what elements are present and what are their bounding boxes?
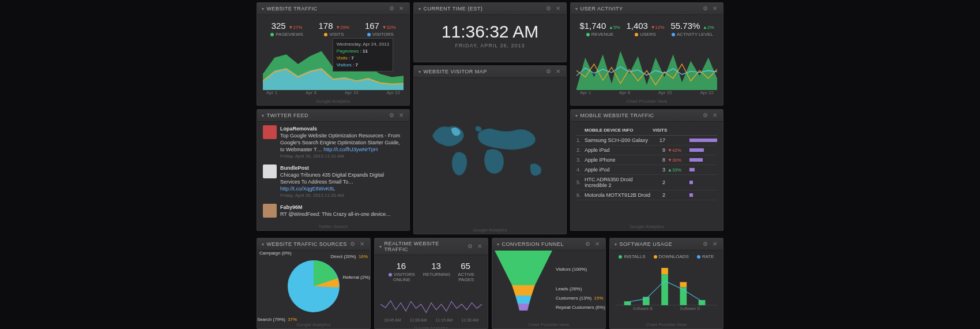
x-tick: Apr 22 [386,90,400,95]
x-tick: 11:15 AM [436,318,453,322]
close-icon[interactable]: ✕ [711,5,718,12]
table-row[interactable]: 4. Apple iPod 3 ▲33% [576,165,717,175]
gear-icon[interactable]: ⚙ [585,241,591,248]
close-icon[interactable]: ✕ [476,243,483,250]
close-icon[interactable]: ✕ [555,68,561,75]
gear-icon[interactable]: ⚙ [545,68,552,75]
stat-visits: 178 ▼29% VISITS [318,21,349,37]
svg-marker-2 [512,285,535,296]
mobile-device-table: MOBILE DEVICE INFO VISITS 1. Samsung SCH… [576,125,717,200]
widget-footer: Google Analytics [257,322,370,328]
clock-time: 11:36:32 AM [420,22,560,42]
gear-icon[interactable]: ⚙ [389,5,395,12]
x-tick: Apr 8 [306,90,316,95]
widget-header[interactable]: ▾ CONVERSION FUNNEL ⚙ ✕ [492,238,605,251]
caret-icon: ▾ [262,242,265,247]
close-icon[interactable]: ✕ [711,112,718,119]
table-row[interactable]: 6. Motorola MOTXT912B Droid 2 [576,190,717,200]
gear-icon[interactable]: ⚙ [545,5,552,12]
tweet-link[interactable]: http://t.co/XqgE8WvK8L [280,186,336,192]
x-tick: 11:30 AM [461,318,478,322]
widget-footer: Google Analytics [414,227,566,234]
legend-downloads: DOWNLOADS [654,254,689,259]
caret-icon: ▾ [379,244,382,249]
gear-icon[interactable]: ⚙ [702,5,709,12]
gear-icon[interactable]: ⚙ [702,112,709,119]
world-map[interactable] [414,78,566,227]
widget-footer: Google Analytics [571,224,723,230]
widget-clock: ▾ CURRENT TIME (EST) ⚙ ✕ 11:36:32 AM FRI… [413,2,567,62]
stat-visitors: 167 ▼32% VISITORS [365,21,396,37]
caret-icon: ▾ [575,6,578,12]
x-tick: 10:45 AM [384,318,401,322]
caret-icon: ▾ [575,113,578,118]
x-tick: Apr 8 [619,90,630,95]
gear-icon[interactable]: ⚙ [467,243,474,250]
stat-visitors-online: 16 VISITORS ONLINE [380,261,423,282]
caret-icon: ▾ [262,113,265,118]
x-tick: Apr 1 [266,90,277,95]
svg-rect-9 [661,268,668,274]
close-icon[interactable]: ✕ [359,241,365,248]
widget-header[interactable]: ▾ REALTIME WEBSITE TRAFFIC ⚙ ✕ [375,238,488,255]
svg-marker-4 [518,304,529,311]
widget-title: USER ACTIVITY [581,6,623,12]
gear-icon[interactable]: ⚙ [702,241,709,248]
widget-header[interactable]: ▾ CURRENT TIME (EST) ⚙ ✕ [414,3,566,15]
svg-rect-12 [699,300,706,305]
table-row[interactable]: 1. Samsung SCH-i200 Galaxy 17 [576,136,717,145]
widget-visitor-map: ▾ WEBSITE VISITOR MAP ⚙ ✕ Google Analyti… [413,65,567,234]
table-row[interactable]: 3. Apple iPhone 8 ▼30% [576,155,717,165]
realtime-line-chart [380,283,482,318]
widget-footer: Chart Provider Here [610,322,723,328]
gear-icon[interactable]: ⚙ [389,112,395,119]
stat-returning: 13 RETURNING [423,261,451,282]
table-row[interactable]: 5. HTC ADR6350 Droid Incredible 2 2 [576,175,717,190]
widget-footer: Google Analytics [375,326,488,329]
stat-active-pages: 65 ACTIVE PAGES [450,261,482,282]
legend-installs: INSTALLS [619,254,645,259]
tweet-item[interactable]: BundlePost Chicago Tribunes 435 Digital … [263,164,404,199]
svg-rect-7 [643,297,650,305]
svg-rect-11 [680,282,687,287]
close-icon[interactable]: ✕ [555,5,561,12]
software-bar-chart [616,261,717,306]
tweet-item[interactable]: LopaRemovals Top Google Website Optimiza… [263,125,404,160]
close-icon[interactable]: ✕ [594,241,601,248]
widget-title: TWITTER FEED [267,113,309,118]
tweet-link[interactable]: http://t.co/fhJ3ywNrTpH [323,147,378,152]
widget-header[interactable]: ▾ TWITTER FEED ⚙ ✕ [257,110,409,122]
column-visits[interactable]: VISITS [653,128,665,133]
caret-icon: ▾ [419,6,421,12]
widget-title: WEBSITE VISITOR MAP [424,69,487,74]
close-icon[interactable]: ✕ [711,241,718,248]
close-icon[interactable]: ✕ [398,5,405,12]
widget-software-usage: ▾ SOFTWARE USAGE ⚙ ✕ INSTALLSDOWNLOADSRA… [609,238,723,329]
x-tick: Apr 15 [345,90,359,95]
caret-icon: ▾ [419,69,421,74]
widget-title: REALTIME WEBSITE TRAFFIC [385,241,465,252]
widget-header[interactable]: ▾ WEBSITE TRAFFIC ⚙ ✕ [257,3,409,15]
clock-date: FRIDAY, APRIL 26, 2013 [420,43,560,48]
widget-header[interactable]: ▾ WEBSITE TRAFFIC SOURCES ⚙ ✕ [257,238,370,251]
x-tick: Apr 1 [580,90,591,95]
stat-activity-level: 55.73% ▲2% ACTIVITY LEVEL [670,21,714,37]
widget-header[interactable]: ▾ WEBSITE VISITOR MAP ⚙ ✕ [414,66,566,78]
widget-title: CURRENT TIME (EST) [424,6,483,12]
widget-footer: Chart Provider Here [492,322,605,328]
widget-header[interactable]: ▾ SOFTWARE USAGE ⚙ ✕ [610,238,723,251]
widget-header[interactable]: ▾ USER ACTIVITY ⚙ ✕ [571,3,723,15]
close-icon[interactable]: ✕ [398,112,405,119]
widget-title: SOFTWARE USAGE [620,241,673,247]
widget-title: WEBSITE TRAFFIC SOURCES [267,241,347,247]
tweet-item[interactable]: Faby96M RT @WiredFeed: This Crazy all-in… [263,204,404,218]
widget-header[interactable]: ▾ MOBILE WEBSITE TRAFFIC ⚙ ✕ [571,110,723,122]
caret-icon: ▾ [497,242,500,247]
widget-footer: Google Analytics [257,99,409,105]
widget-conversion-funnel: ▾ CONVERSION FUNNEL ⚙ ✕ Visitors (100%) … [492,238,606,329]
svg-marker-1 [495,251,552,285]
table-row[interactable]: 2. Apple iPad 9 ▼42% [576,145,717,155]
column-device[interactable]: MOBILE DEVICE INFO [585,128,653,133]
widget-footer: Twitter Search [257,224,409,230]
gear-icon[interactable]: ⚙ [349,241,356,248]
